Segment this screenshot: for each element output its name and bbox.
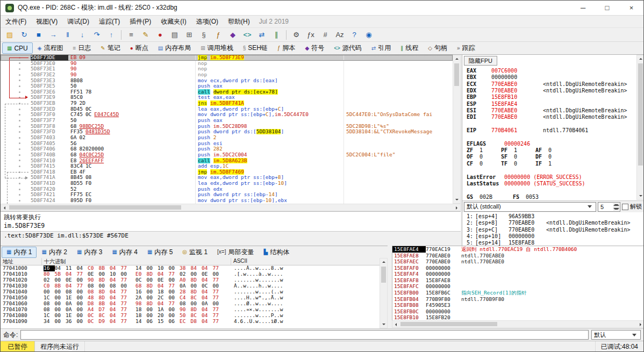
tab-symbols[interactable]: ◆符号 [300,42,329,54]
stack-row[interactable]: 15E8FAE8770EABE0ntdll.770EABE0 [392,253,644,259]
tab-dump2[interactable]: ▦内存 2 [37,247,71,258]
menu-item-d[interactable]: 调试(D) [62,16,94,27]
stepper-up-icon[interactable] [613,203,619,207]
disasm-row[interactable]: 5D8F742052push edx [1,186,453,192]
argument-row[interactable]: 3:[esp+C]770EABE0<ntdll.DbgUiRemoteBreak… [467,227,642,233]
tab-watch1[interactable]: ◎监视 1 [177,247,212,258]
disasm-horizontal-scrollbar-right-button[interactable] [453,204,460,211]
disasm-vertical-scrollbar-down-button[interactable] [453,196,460,203]
tab-handles[interactable]: ◇句柄 [423,42,452,54]
dump-vertical-scrollbar-up-button[interactable] [380,258,387,265]
disasm-row[interactable]: 5D8F73EB792Djns im.5D8F741A [1,100,453,106]
breakpoint-dot[interactable] [19,148,20,150]
disasm-row[interactable]: 5D8F73ED8D450Clea eax,dword ptr ss:[ebp+… [1,106,453,112]
stack-row[interactable]: 15E8FAF815E8FAE8 [392,277,644,284]
breakpoints-button[interactable]: ● [153,28,167,41]
register-ecx[interactable]: ECX770EABE0<ntdll.DbgUiRemoteBreakin> [467,81,635,88]
breakpoint-dot[interactable] [19,171,20,173]
last-status[interactable]: LastStatus00000000 (STATUS_SUCCESS) [467,181,635,187]
argument-row[interactable]: 4:[esp+10]00000000 [467,233,642,240]
tab-log[interactable]: ≡日志 [68,42,96,54]
menu-item-p[interactable]: 插件(P) [125,16,156,27]
settings-button[interactable]: ⚙ [289,28,303,41]
argument-row[interactable]: 2:[esp+8]770EABE0<ntdll.DbgUiRemoteBreak… [467,220,642,226]
restart-button[interactable]: ↻ [17,28,31,41]
menu-item-f[interactable]: 文件(F) [1,16,31,27]
flags-row[interactable]: OF0SF0DF0 [467,154,635,160]
tab-struct[interactable]: ▙结构体 [259,247,295,258]
registers-vertical-scrollbar-up-button[interactable] [637,55,644,62]
breakpoint-dot[interactable] [19,57,20,59]
breakpoint-dot[interactable] [19,137,20,139]
breakpoint-dot[interactable] [19,97,20,98]
stack-row[interactable]: 15E8FAFC00000000 [392,283,644,290]
references-button[interactable]: ⇄ [255,28,269,41]
open-file-button[interactable]: ▨ [3,28,17,41]
disasm-row[interactable]: 5D8F740B6804C0C25Dpush im.5DC2C0045DC2C0… [1,152,453,158]
tab-source[interactable]: <>源代码 [329,42,367,54]
breakpoint-dot[interactable] [19,160,20,161]
seh-chain-button[interactable]: § [197,28,211,41]
threads-button[interactable]: ∥ [269,28,283,41]
script-button[interactable]: ƒ [211,28,225,41]
disasm-row[interactable]: 5D8F7421FF75ECpush dword ptr ss:[ebp-14] [1,192,453,198]
disasm-row[interactable]: 5D8F73DEEB09jmp im.5D8F73E9 [1,55,453,61]
calling-convention-select[interactable]: 默认 (stdcall) [464,202,596,212]
disasm-row[interactable]: 5D8F73F0C7450CE047C45Dmov dword ptr ss:[… [1,112,453,118]
disasm-row[interactable]: 5D8F73E550push eax [1,83,453,89]
log-button[interactable]: ≡ [124,28,138,41]
register-esi[interactable]: ESI770EABE0<ntdll.DbgUiRemoteBreakin> [467,107,635,114]
stepper-arrows[interactable] [613,203,619,211]
disasm-horizontal-scrollbar-thumb[interactable] [9,205,181,210]
breakpoint-dot[interactable] [19,62,20,64]
tab-trace[interactable]: »跟踪 [452,42,480,54]
disasm-row[interactable]: 5D8F73E38B08mov ecx,dword ptr ds:[eax] [1,78,453,84]
disasm-row[interactable]: 5D8F73F86898BDC25Dpush im.5DC28D985DC28D… [1,124,453,130]
breakpoint-dot[interactable] [19,120,20,121]
register-eflags[interactable]: EFLAGS00000246 [467,141,635,147]
tab-memory-map[interactable]: ▤内存布局 [153,42,196,54]
breakpoint-dot[interactable] [19,80,20,81]
maximize-button[interactable]: □ [595,1,619,15]
flags-row[interactable]: CF0TF0IF1 [467,161,635,167]
disasm-row[interactable]: 5D8F73E985C0test eax,eax [1,95,453,100]
breakpoint-dot[interactable] [19,183,20,184]
tab-locals[interactable]: [x=]局部变量 [212,247,259,258]
registers-vertical-scrollbar-thumb[interactable] [638,63,643,166]
breakpoint-dot[interactable] [19,189,20,190]
disasm-row[interactable]: 5D8F740556push esi [1,141,453,147]
dump-row[interactable]: 77041090340036000CD9047714061506ECD80477… [1,319,388,325]
stack-row[interactable]: 15E8FAEC770EABE0ntdll.770EABE0 [392,258,644,265]
stack-horizontal-scrollbar-left-button[interactable] [392,321,399,328]
breakpoint-dot[interactable] [19,91,20,93]
tab-dump4[interactable]: ▦内存 4 [107,247,142,258]
tab-dump3[interactable]: ▦内存 3 [72,247,107,258]
registers-vertical-scrollbar-down-button[interactable] [637,192,644,199]
menu-item-i[interactable]: 收藏夹(I) [156,16,191,27]
disasm-vertical-scrollbar-thumb[interactable] [454,63,459,86]
stack-row[interactable]: 15E8FB0015E8FB6C指向SEH_Record[1]的指针 [392,290,644,296]
breakpoint-dot[interactable] [19,85,20,87]
disasm-vertical-scrollbar-up-button[interactable] [453,55,460,62]
breakpoint-dot[interactable] [19,68,20,70]
menu-item-h[interactable]: 帮助(H) [223,16,255,27]
hide-fpu-button[interactable]: 隐藏FPU [464,56,497,66]
minimize-button[interactable]: ─ [571,1,595,15]
source-button[interactable]: <> [240,28,254,41]
breakpoint-dot[interactable] [19,103,20,104]
disasm-row[interactable]: 5D8F73E090nop [1,61,453,67]
breakpoint-dot[interactable] [19,194,20,196]
stack-row[interactable]: 15E8FB0C00000000 [392,308,644,315]
menu-item-t[interactable]: 追踪(T) [94,16,125,27]
register-edx[interactable]: EDX770EABE0<ntdll.DbgUiRemoteBreakin> [467,88,635,94]
tab-dump5[interactable]: ▦内存 5 [142,247,177,258]
tab-dump1[interactable]: ▦内存 1 [2,247,37,258]
assembler-button[interactable]: Az [333,28,347,41]
command-input[interactable] [20,330,589,340]
stack-row[interactable]: 15E8FAE4770EAC19返回到 ntdll.770EAC19 自 ntd… [392,246,644,253]
tab-threads[interactable]: ∥线程 [396,42,423,54]
command-profile-select[interactable]: 默认 [591,330,641,340]
notes-button[interactable]: ✎ [139,28,153,41]
breakpoint-dot[interactable] [19,166,20,167]
disasm-row[interactable]: 5D8F74066882020000push 282 [1,146,453,152]
